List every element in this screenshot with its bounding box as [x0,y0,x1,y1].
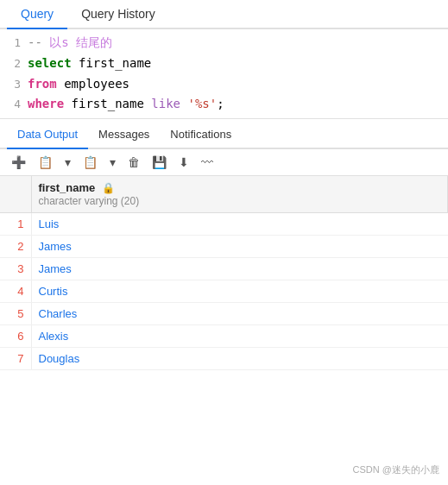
line-number: 4 [3,95,28,114]
paste-dropdown-button[interactable]: ▾ [105,153,120,172]
cell-first-name: Charles [31,303,448,325]
code-token: ; [217,97,224,110]
row-number: 2 [0,236,31,258]
table-row: 3James [0,258,448,280]
cell-first-name: Alexis [31,325,448,348]
row-number: 1 [0,213,31,236]
code-editor: 1-- 以s 结尾的2 select first_name3 from empl… [0,29,448,119]
code-content: -- 以s 结尾的 [28,33,445,54]
chart-button[interactable]: 〰 [197,153,218,172]
code-token: first_name [64,97,151,110]
code-content: select first_name [28,54,445,74]
line-number: 1 [3,34,28,53]
data-table: first_name 🔒 character varying (20) 1Lui… [0,176,448,370]
code-token: -- [28,35,42,49]
table-row: 5Charles [0,303,448,325]
table-row: 1Luis [0,213,448,236]
code-token: from [28,77,57,91]
row-number: 5 [0,303,31,325]
tab-query[interactable]: Query [7,0,67,29]
copy-dropdown-button[interactable]: ▾ [60,153,75,172]
watermark: CSDN @迷失的小鹿 [353,463,439,476]
code-token: '%s' [187,97,217,110]
table-row: 6Alexis [0,325,448,348]
code-line: 3 from employees [0,74,448,95]
delete-button[interactable]: 🗑 [123,153,144,172]
cell-first-name: Douglas [31,348,448,370]
download-button[interactable]: ⬇ [174,153,193,172]
row-number-header [0,176,31,213]
cell-first-name: James [31,258,448,280]
code-content: from employees [28,74,445,95]
line-number: 2 [3,54,28,73]
code-token: where [28,97,64,110]
row-number: 6 [0,325,31,348]
line-number: 3 [3,75,28,94]
copy-button[interactable]: 📋 [34,153,57,172]
code-line: 2 select first_name [0,54,448,74]
paste-button[interactable]: 📋 [79,153,102,172]
add-row-button[interactable]: ➕ [7,153,30,172]
tab-messages[interactable]: Messages [88,121,160,148]
code-line: 1-- 以s 结尾的 [0,33,448,54]
data-toolbar: ➕ 📋 ▾ 📋 ▾ 🗑 💾 ⬇ 〰 [0,149,448,176]
cell-first-name: James [31,236,448,258]
cell-first-name: Curtis [31,280,448,303]
table-row: 2James [0,236,448,258]
tab-query-history[interactable]: Query History [67,0,169,28]
code-line: 4 where first_name like '%s'; [0,94,448,115]
code-token: select [28,56,72,70]
query-tab-bar: Query Query History [0,0,448,29]
output-tab-bar: Data Output Messages Notifications [0,121,448,149]
save-button[interactable]: 💾 [148,153,171,172]
tab-notifications[interactable]: Notifications [160,121,242,148]
code-token: first_name [72,56,152,70]
tab-data-output[interactable]: Data Output [7,121,88,149]
code-token: like [151,97,180,110]
row-number: 3 [0,258,31,280]
data-table-wrapper: first_name 🔒 character varying (20) 1Lui… [0,176,448,370]
code-token: 以s 结尾的 [49,35,112,49]
table-row: 4Curtis [0,280,448,303]
code-content: where first_name like '%s'; [28,94,445,115]
lock-icon: 🔒 [102,182,115,194]
row-number: 7 [0,348,31,370]
code-token: employees [57,77,129,91]
table-row: 7Douglas [0,348,448,370]
column-header-first-name: first_name 🔒 character varying (20) [31,176,448,213]
cell-first-name: Luis [31,213,448,236]
app-container: Query Query History 1-- 以s 结尾的2 select f… [0,0,448,370]
row-number: 4 [0,280,31,303]
